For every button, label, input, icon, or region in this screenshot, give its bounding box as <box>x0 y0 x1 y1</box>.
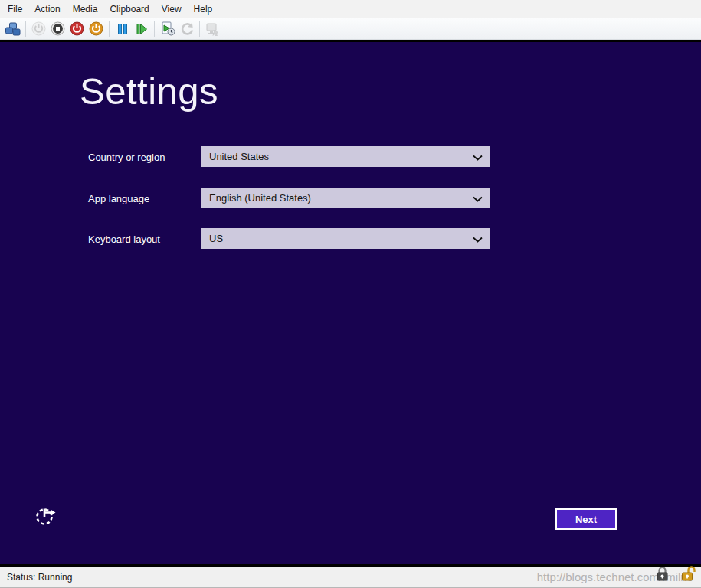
chevron-down-icon <box>473 191 483 205</box>
field-label: Keyboard layout <box>88 233 160 244</box>
pause-vm-icon[interactable] <box>113 20 132 38</box>
start-vm-icon[interactable] <box>29 20 48 38</box>
ctrl-alt-del-icon[interactable] <box>3 20 22 38</box>
keyboard-layout-dropdown[interactable]: US <box>201 228 490 249</box>
ease-of-access-icon[interactable] <box>34 505 57 528</box>
lock-open-icon <box>681 565 698 585</box>
dropdown-value: United States <box>209 151 269 162</box>
dropdown-value: US <box>209 233 223 244</box>
dropdown-value: English (United States) <box>209 192 311 204</box>
field-label: App language <box>88 192 149 204</box>
menu-clipboard[interactable]: Clipboard <box>103 1 155 18</box>
vmconnect-window: File Action Media Clipboard View Help <box>0 0 701 588</box>
field-label: Country or region <box>88 151 165 162</box>
shut-down-vm-icon[interactable] <box>67 20 87 38</box>
toolbar-separator <box>109 21 110 37</box>
status-bar: Status: Running http://blogs.technet.com… <box>0 567 701 588</box>
menu-media[interactable]: Media <box>67 1 104 18</box>
field-country-or-region: Country or region United States <box>0 146 701 167</box>
menu-action[interactable]: Action <box>28 1 66 18</box>
resume-vm-icon[interactable] <box>132 20 151 38</box>
enhanced-session-icon[interactable] <box>203 20 222 38</box>
country-or-region-dropdown[interactable]: United States <box>201 146 490 167</box>
chevron-down-icon <box>473 150 483 164</box>
menu-bar: File Action Media Clipboard View Help <box>0 0 701 18</box>
revert-icon[interactable] <box>177 20 196 38</box>
chevron-down-icon <box>473 232 483 246</box>
toolbar-separator <box>25 21 26 37</box>
field-app-language: App language English (United States) <box>0 188 701 208</box>
toolbar-separator <box>199 21 200 37</box>
watermark-url: http://blogs.technet.com/rmilne <box>537 570 693 583</box>
statusbar-divider <box>123 570 123 584</box>
next-button[interactable]: Next <box>555 508 617 530</box>
checkpoint-icon[interactable] <box>158 20 177 38</box>
menu-file[interactable]: File <box>2 1 28 18</box>
page-title: Settings <box>80 70 218 113</box>
toolbar-separator <box>154 21 155 37</box>
toolbar <box>0 18 701 40</box>
vm-display: Settings Country or region United States… <box>0 40 701 567</box>
lock-closed-icon <box>656 566 669 585</box>
turn-off-vm-icon[interactable] <box>48 20 67 38</box>
app-language-dropdown[interactable]: English (United States) <box>201 188 490 208</box>
menu-help[interactable]: Help <box>188 1 219 18</box>
vm-status: Status: Running <box>0 572 72 583</box>
watermark: http://blogs.technet.com/rmilne <box>537 567 693 587</box>
menu-view[interactable]: View <box>156 1 188 18</box>
field-keyboard-layout: Keyboard layout US <box>0 228 701 249</box>
save-vm-icon[interactable] <box>87 20 106 38</box>
